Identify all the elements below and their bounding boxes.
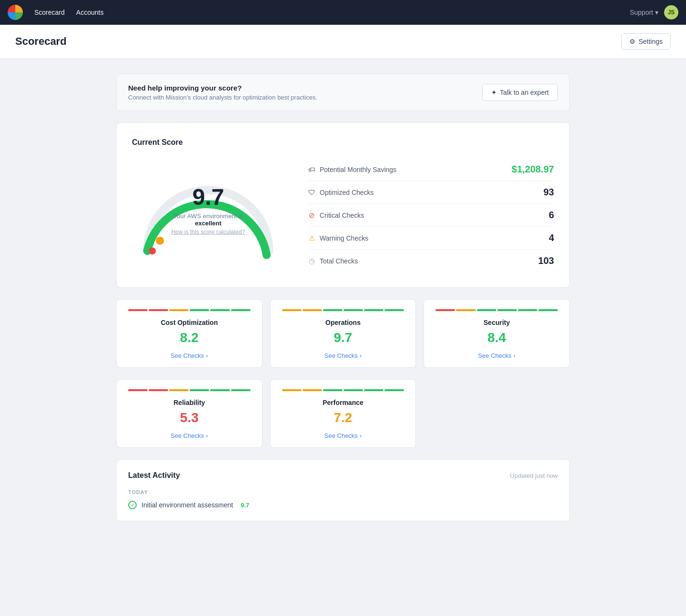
bar-seg [190,389,209,391]
bar-seg [538,309,558,311]
chevron-right-icon: › [206,352,208,359]
stat-label-critical: ⊘ Critical Checks [307,211,364,220]
security-bar [435,309,558,311]
security-score: 8.4 [435,330,558,345]
total-icon: ◷ [307,257,316,265]
banner-subtext: Connect with Mission's cloud analysts fo… [128,94,317,101]
cost-optimization-name: Cost Optimization [128,319,251,326]
bar-seg [343,389,363,391]
bar-seg [435,309,455,311]
svg-point-1 [149,247,156,254]
bar-seg [323,389,343,391]
operations-score: 9.7 [282,330,404,345]
category-card-cost-optimization: Cost Optimization 8.2 See Checks › [116,299,262,368]
gauge-center: 9.7 Your AWS environment is excellent Ho… [170,185,246,235]
chevron-right-icon: › [360,432,362,439]
bar-seg [477,309,496,311]
stat-row-critical: ⊘ Critical Checks 6 [307,204,554,227]
support-button[interactable]: Support ▾ [630,9,658,16]
page-header: Scorecard ⚙ Settings [0,25,686,59]
navbar-right: Support ▾ JS [630,5,678,20]
reliability-see-checks[interactable]: See Checks › [171,432,208,439]
operations-bar [282,309,404,311]
gauge-description: Your AWS environment is excellent [170,212,246,226]
stat-label-optimized: 🛡 Optimized Checks [307,188,374,197]
cost-optimization-score: 8.2 [128,330,251,345]
empty-cell [424,379,570,448]
stat-row-total: ◷ Total Checks 103 [307,250,554,272]
cost-bar [128,309,251,311]
stat-label-total: ◷ Total Checks [307,257,358,265]
current-score-title: Current Score [132,138,554,147]
bar-seg [456,309,475,311]
bar-seg [323,309,343,311]
performance-bar [282,389,404,391]
stat-label-savings: 🏷 Potential Monthly Savings [307,165,396,174]
bar-seg [303,309,322,311]
performance-name: Performance [282,399,404,406]
check-shield-icon: ✓ [128,501,137,509]
bar-seg [149,389,168,391]
settings-label: Settings [638,38,663,45]
reliability-name: Reliability [128,399,251,406]
category-card-performance: Performance 7.2 See Checks › [270,379,416,448]
security-name: Security [435,319,558,326]
settings-button[interactable]: ⚙ Settings [621,33,671,50]
bar-seg [169,309,189,311]
critical-label: Critical Checks [320,212,364,219]
security-see-checks[interactable]: See Checks › [478,352,515,359]
bar-seg [384,309,404,311]
svg-point-0 [156,236,164,244]
activity-item-label: Initial environment assessment [141,501,233,509]
bar-seg [282,389,302,391]
how-calculated-link[interactable]: How is this score calculated? [170,228,246,235]
talk-to-expert-button[interactable]: ✦ Talk to an expert [482,84,558,101]
stat-row-savings: 🏷 Potential Monthly Savings $1,208.97 [307,158,554,181]
help-banner: Need help improving your score? Connect … [116,74,570,111]
bar-seg [282,309,302,311]
savings-icon: 🏷 [307,165,316,174]
operations-see-checks[interactable]: See Checks › [324,352,362,359]
chevron-right-icon: › [206,432,208,439]
bar-seg [343,309,363,311]
page-title: Scorecard [15,35,67,48]
latest-activity-card: Latest Activity Updated just now TODAY ✓… [116,459,570,521]
nav-accounts[interactable]: Accounts [76,9,104,16]
category-card-reliability: Reliability 5.3 See Checks › [116,379,262,448]
activity-updated: Updated just now [510,472,558,479]
gauge-quality: excellent [195,219,222,226]
expert-icon: ✦ [491,89,497,96]
avatar[interactable]: JS [664,5,678,20]
main-content: Need help improving your score? Connect … [105,59,581,536]
warning-value: 4 [549,232,554,243]
chevron-right-icon: › [360,352,362,359]
performance-see-checks[interactable]: See Checks › [324,432,362,439]
savings-label: Potential Monthly Savings [320,166,396,173]
bar-seg [210,389,230,391]
logo [8,5,23,20]
nav-scorecard[interactable]: Scorecard [34,9,65,16]
cost-optimization-see-checks[interactable]: See Checks › [171,352,208,359]
score-card-body: 9.7 Your AWS environment is excellent Ho… [132,158,554,272]
current-score-card: Current Score 9.7 Your AWS envir [116,122,570,288]
warning-icon: ⚠ [307,234,316,242]
reliability-score: 5.3 [128,410,251,425]
stat-row-optimized: 🛡 Optimized Checks 93 [307,181,554,204]
activity-title: Latest Activity [128,471,180,480]
category-card-security: Security 8.4 See Checks › [424,299,570,368]
critical-value: 6 [549,210,554,221]
bar-seg [231,309,251,311]
bar-seg [128,389,148,391]
gear-icon: ⚙ [629,38,636,45]
activity-today-label: TODAY [128,489,558,495]
savings-value: $1,208.97 [512,164,554,175]
bar-seg [364,309,383,311]
total-value: 103 [538,255,554,266]
bar-seg [149,309,168,311]
critical-icon: ⊘ [307,211,316,220]
activity-item: ✓ Initial environment assessment 9.7 [128,501,558,509]
support-label: Support [630,9,653,16]
warning-label: Warning Checks [320,234,368,242]
activity-item-score: 9.7 [241,502,249,509]
activity-header: Latest Activity Updated just now [128,471,558,480]
